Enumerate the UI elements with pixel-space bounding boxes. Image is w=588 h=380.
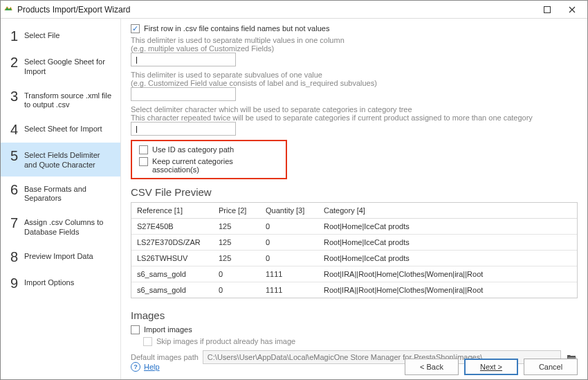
- first-row-checkbox[interactable]: [131, 24, 140, 33]
- cancel-button[interactable]: Cancel: [524, 359, 578, 375]
- svg-rect-0: [544, 6, 551, 12]
- delim3-line1: Select delimiter character which will be…: [131, 105, 578, 114]
- import-images-checkbox[interactable]: [131, 325, 140, 334]
- app-icon: [3, 5, 13, 15]
- step-select-file[interactable]: 1Select File: [1, 23, 120, 49]
- step-transform-xml[interactable]: 3Transform source .xml file to output .c…: [1, 83, 120, 117]
- help-link[interactable]: ? Help: [131, 362, 160, 372]
- keep-categories-checkbox[interactable]: [139, 157, 148, 166]
- delim2-line1: This delimiter is used to separate subva…: [131, 71, 578, 79]
- wizard-sidebar: 1Select File 2Select Google Sheet for Im…: [1, 19, 121, 380]
- window-title: Products Import/Export Wizard: [17, 5, 535, 15]
- images-title: Images: [131, 309, 578, 321]
- delim1-input[interactable]: [131, 53, 236, 66]
- delim2-line2: (e.g. Customized Field value consists of…: [131, 79, 578, 87]
- main-panel: First row in .csv file contains field na…: [121, 19, 587, 380]
- delim1-line2: (e.g. multiple values of Customized Fiel…: [131, 44, 578, 53]
- use-id-label: Use ID as category path: [152, 145, 234, 154]
- import-images-label: Import images: [144, 325, 192, 334]
- delim2-input[interactable]: [131, 87, 236, 101]
- table-row[interactable]: LS26TWHSUV1250Root|Home|IceCat prodts: [131, 251, 577, 266]
- table-row[interactable]: s6_sams_gold01111Root|IRA||Root|Home|Clo…: [131, 282, 577, 298]
- use-id-checkbox[interactable]: [139, 145, 148, 154]
- close-button[interactable]: [560, 1, 585, 18]
- highlight-box: Use ID as category path Keep current cat…: [131, 140, 287, 179]
- table-row[interactable]: s6_sams_gold01111Root|IRA||Root|Home|Clo…: [131, 266, 577, 282]
- step-preview-import[interactable]: 8Preview Import Data: [1, 244, 120, 270]
- keep-categories-label: Keep current categories association(s): [152, 157, 279, 174]
- step-select-google-sheet[interactable]: 2Select Google Sheet for Import: [1, 49, 120, 83]
- table-row[interactable]: LS27E370DS/ZAR1250Root|Home|IceCat prodt…: [131, 235, 577, 251]
- delim3-input[interactable]: [131, 122, 236, 136]
- skip-images-label: Skip images if product already has image: [156, 337, 295, 345]
- csv-preview-table: Reference [1] Price [2] Quantity [3] Cat…: [131, 202, 578, 298]
- back-button[interactable]: < Back: [405, 359, 459, 375]
- th-price[interactable]: Price [2]: [213, 203, 260, 218]
- help-icon: ?: [131, 362, 140, 372]
- titlebar: Products Import/Export Wizard: [1, 1, 587, 19]
- delim1-line1: This delimiter is used to separate multi…: [131, 36, 578, 44]
- th-quantity[interactable]: Quantity [3]: [260, 203, 318, 218]
- step-select-delimiter[interactable]: 5Select Fields Delimiter and Quote Chara…: [1, 143, 120, 177]
- step-select-sheet[interactable]: 4Select Sheet for Import: [1, 116, 120, 143]
- step-base-formats[interactable]: 6Base Formats and Separators: [1, 177, 120, 210]
- skip-images-checkbox: [143, 337, 152, 346]
- maximize-button[interactable]: [535, 1, 560, 18]
- first-row-label: First row in .csv file contains field na…: [144, 24, 329, 33]
- csv-preview-title: CSV File Preview: [131, 186, 578, 198]
- th-category[interactable]: Category [4]: [318, 203, 577, 218]
- table-header: Reference [1] Price [2] Quantity [3] Cat…: [131, 203, 577, 219]
- th-reference[interactable]: Reference [1]: [131, 203, 213, 218]
- next-button[interactable]: Next >: [464, 359, 518, 375]
- table-row[interactable]: S27E450B1250Root|Home|IceCat prodts: [131, 219, 577, 235]
- step-import-options[interactable]: 9Import Options: [1, 270, 120, 296]
- step-assign-columns[interactable]: 7Assign .csv Columns to Database Fields: [1, 210, 120, 244]
- delim3-line2: This character repeated twice will be us…: [131, 114, 578, 122]
